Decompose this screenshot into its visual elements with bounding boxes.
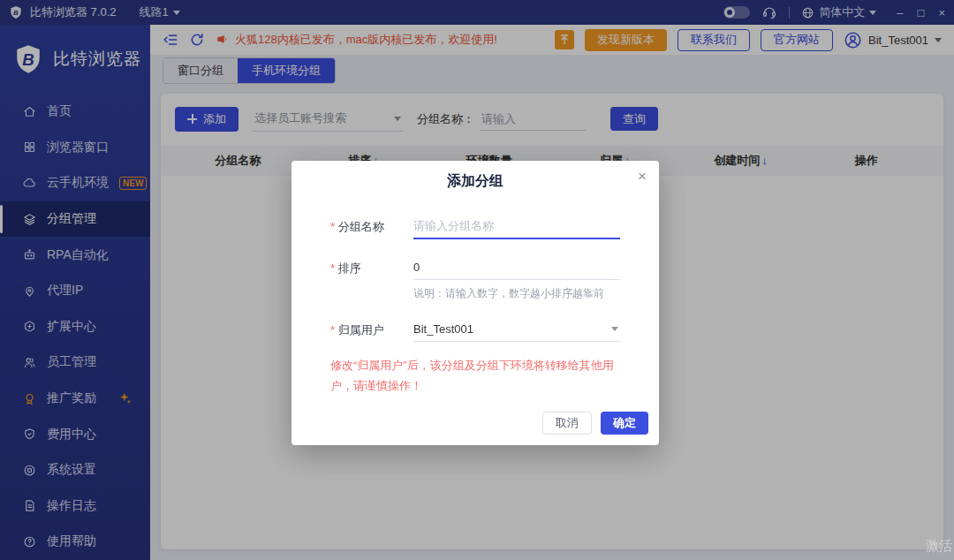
sort-hint: 说明：请输入数字，数字越小排序越靠前 bbox=[413, 286, 620, 301]
chevron-down-icon bbox=[611, 327, 618, 331]
activation-watermark: 激活 bbox=[926, 538, 952, 555]
owner-select-value: Bit_Test001 bbox=[413, 322, 473, 336]
field-owner: 归属用户 Bit_Test001 bbox=[330, 318, 620, 342]
sort-label: 排序 bbox=[330, 256, 413, 301]
field-group-name: 分组名称 bbox=[330, 215, 620, 239]
modal-title: 添加分组 bbox=[292, 161, 659, 193]
close-icon[interactable]: × bbox=[638, 169, 647, 184]
confirm-button[interactable]: 确定 bbox=[601, 412, 648, 435]
cancel-button[interactable]: 取消 bbox=[542, 412, 592, 435]
modal-footer: 取消 确定 bbox=[292, 397, 659, 445]
add-group-modal: 添加分组 × 分组名称 排序 说明：请输入数字，数字越小排序越靠前 归属用户 B… bbox=[292, 161, 659, 445]
group-name-input[interactable] bbox=[413, 215, 620, 239]
field-sort: 排序 说明：请输入数字，数字越小排序越靠前 bbox=[330, 256, 620, 301]
sort-input[interactable] bbox=[413, 256, 620, 280]
group-name-label: 分组名称 bbox=[330, 215, 413, 239]
owner-change-warning: 修改“归属用户”后，该分组及分组下环境将转移给其他用户，请谨慎操作！ bbox=[330, 356, 620, 397]
modal-body: 分组名称 排序 说明：请输入数字，数字越小排序越靠前 归属用户 Bit_Test… bbox=[292, 193, 659, 397]
owner-label: 归属用户 bbox=[330, 318, 413, 342]
owner-select[interactable]: Bit_Test001 bbox=[413, 318, 620, 342]
